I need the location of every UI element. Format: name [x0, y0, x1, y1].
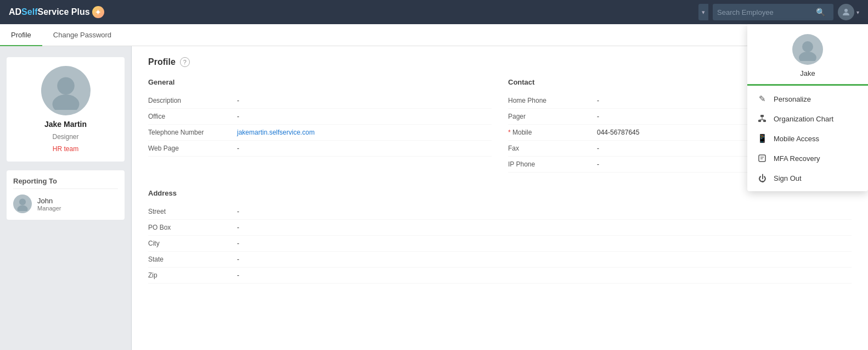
svg-rect-8 — [758, 120, 761, 122]
tab-profile[interactable]: Profile — [0, 24, 42, 46]
address-section: Address Street - PO Box - City - State -… — [148, 189, 852, 284]
user-menu-chevron: ▾ — [856, 9, 859, 15]
reporting-title: Reporting To — [13, 177, 118, 189]
field-state: State - — [148, 252, 852, 268]
value-zip: - — [237, 271, 239, 279]
user-menu-button[interactable]: ▾ — [838, 4, 859, 20]
reporting-avatar — [13, 195, 32, 213]
search-input[interactable] — [717, 8, 816, 16]
menu-label-personalize: Personalize — [774, 95, 811, 103]
value-fax: - — [597, 145, 599, 152]
field-webpage: Web Page - — [148, 141, 492, 157]
svg-point-1 — [57, 77, 75, 95]
menu-item-mfa-recovery[interactable]: MFA Recovery — [747, 148, 868, 168]
general-title: General — [148, 78, 492, 86]
address-title: Address — [148, 189, 852, 197]
label-webpage: Web Page — [148, 145, 230, 152]
dropdown-username: Jake — [800, 69, 815, 77]
reporting-info: John Manager — [37, 197, 61, 212]
label-pobox: PO Box — [148, 224, 230, 231]
value-mobile: 044-56787645 — [597, 129, 639, 136]
field-street: Street - — [148, 204, 852, 220]
menu-item-personalize[interactable]: ✎ Personalize — [747, 89, 868, 109]
search-button[interactable]: 🔍 — [816, 8, 825, 16]
label-telephone: Telephone Number — [148, 129, 230, 136]
menu-item-sign-out[interactable]: ⏻ Sign Out — [747, 168, 868, 188]
menu-label-sign-out: Sign Out — [774, 174, 802, 182]
label-fax: Fax — [508, 145, 590, 152]
page-title: Profile — [148, 57, 176, 67]
label-zip: Zip — [148, 271, 230, 279]
field-office: Office - — [148, 109, 492, 125]
label-street: Street — [148, 208, 230, 215]
search-bar: 🔍 — [713, 4, 833, 20]
user-fullname: Jake Martin — [44, 120, 87, 129]
logo-ad: AD — [9, 7, 21, 17]
help-icon[interactable]: ? — [180, 57, 190, 67]
field-telephone: Telephone Number jakemartin.selfservice.… — [148, 125, 492, 141]
label-mobile: Mobile — [508, 129, 590, 136]
nav-right: ▾ 🔍 ▾ — [698, 4, 859, 20]
menu-item-mobile-access[interactable]: 📱 Mobile Access — [747, 129, 868, 148]
label-home-phone: Home Phone — [508, 97, 590, 104]
top-nav: ADSelfService Plus ✦ ▾ 🔍 ▾ — [0, 0, 868, 24]
menu-label-mfa-recovery: MFA Recovery — [774, 154, 820, 163]
user-card: Jake Martin Designer HR team — [7, 57, 125, 162]
svg-point-4 — [17, 205, 27, 211]
user-dropdown: Jake ✎ Personalize Organization Chart 📱 … — [747, 24, 868, 191]
user-role: Designer — [52, 133, 78, 141]
user-avatar — [838, 4, 854, 20]
menu-item-org-chart[interactable]: Organization Chart — [747, 109, 868, 129]
label-ip-phone: IP Phone — [508, 160, 590, 168]
label-city: City — [148, 240, 230, 247]
dropdown-avatar — [792, 34, 823, 65]
value-home-phone: - — [597, 97, 599, 104]
dropdown-header: Jake — [747, 24, 868, 86]
personalize-icon: ✎ — [757, 94, 767, 104]
svg-point-3 — [19, 198, 26, 205]
user-avatar-large — [41, 66, 91, 115]
menu-label-org-chart: Organization Chart — [774, 115, 833, 123]
field-pobox: PO Box - — [148, 220, 852, 236]
field-city: City - — [148, 236, 852, 252]
svg-rect-9 — [763, 120, 766, 122]
logo-plus: Plus — [71, 7, 90, 17]
value-description: - — [237, 97, 239, 104]
label-state: State — [148, 255, 230, 263]
field-zip: Zip - — [148, 268, 852, 284]
svg-point-2 — [52, 95, 79, 110]
reporting-person-role: Manager — [37, 205, 61, 212]
tab-change-password[interactable]: Change Password — [42, 24, 122, 46]
logo-service: Service — [37, 7, 69, 17]
svg-point-6 — [799, 52, 816, 61]
value-webpage: - — [237, 145, 239, 152]
value-telephone: jakemartin.selfservice.com — [237, 129, 314, 136]
tabs-bar: Profile Change Password — [0, 24, 868, 46]
main-layout: Jake Martin Designer HR team Reporting T… — [0, 46, 868, 350]
value-city: - — [237, 240, 239, 247]
label-office: Office — [148, 113, 230, 120]
org-chart-icon — [757, 114, 767, 124]
dropdown-menu-items: ✎ Personalize Organization Chart 📱 Mobil… — [747, 86, 868, 191]
sidebar: Jake Martin Designer HR team Reporting T… — [0, 46, 132, 350]
app-logo: ADSelfService Plus ✦ — [9, 6, 104, 18]
svg-point-0 — [844, 9, 848, 12]
svg-rect-12 — [759, 155, 765, 162]
value-pobox: - — [237, 224, 239, 231]
svg-rect-7 — [760, 115, 764, 117]
field-description: Description - — [148, 93, 492, 109]
mobile-icon: 📱 — [757, 134, 767, 143]
value-office: - — [237, 113, 239, 120]
user-team: HR team — [53, 145, 78, 153]
general-section: General Description - Office - Telephone… — [148, 78, 492, 173]
search-type-dropdown[interactable]: ▾ — [698, 4, 708, 20]
value-ip-phone: - — [597, 160, 599, 168]
value-pager: - — [597, 113, 599, 120]
svg-point-5 — [802, 41, 813, 52]
signout-icon: ⏻ — [757, 173, 767, 183]
label-description: Description — [148, 97, 230, 104]
logo-self: Self — [21, 7, 37, 17]
logo-plus-icon: ✦ — [92, 6, 104, 18]
menu-label-mobile-access: Mobile Access — [774, 135, 819, 143]
label-pager: Pager — [508, 113, 590, 120]
